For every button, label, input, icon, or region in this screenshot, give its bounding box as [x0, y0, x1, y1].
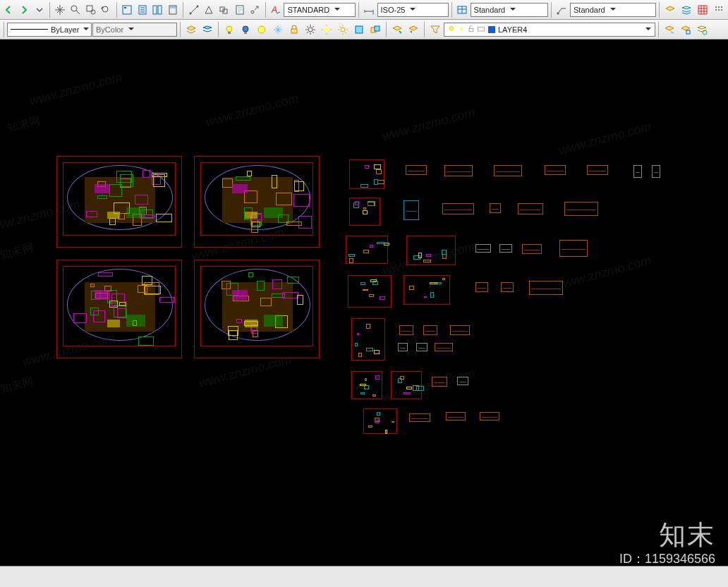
watermark-cn: 知末网 [0, 240, 35, 263]
layer-uniso-icon[interactable] [368, 22, 383, 37]
separator [116, 2, 117, 18]
zoom-prev-button[interactable] [99, 2, 114, 18]
layers-stack-icon[interactable] [679, 2, 694, 18]
tool-palette-button[interactable] [150, 2, 165, 18]
plot-icon [477, 25, 485, 35]
detail-sheet [349, 159, 384, 189]
drawing-canvas[interactable]: www.znzmo.com 知末网 www.znzmo.com 知末网 www.… [0, 40, 728, 566]
svg-point-16 [251, 11, 254, 13]
zoom-realtime-button[interactable] [68, 2, 83, 18]
svg-rect-10 [170, 6, 176, 8]
region-button[interactable] [217, 2, 232, 18]
watermark-cn: 知末网 [0, 374, 35, 397]
separator [658, 22, 659, 37]
detail-drawing [587, 165, 608, 175]
layer-filter-icon[interactable] [427, 22, 443, 37]
properties-button[interactable] [120, 2, 135, 18]
svg-point-12 [196, 5, 198, 7]
current-layer-dropdown[interactable]: LAYER4 [444, 23, 655, 37]
brand-watermark: 知末 ID：1159346566 [619, 517, 715, 567]
nav-fwd-button[interactable] [17, 2, 32, 18]
svg-point-32 [308, 28, 313, 32]
detail-drawing [442, 203, 474, 214]
svg-point-11 [189, 12, 191, 14]
chevron-down-icon [608, 4, 618, 16]
mleader-style-dropdown[interactable]: Standard [570, 3, 656, 17]
layer-color-swatch [488, 26, 495, 33]
layers-panel-icon[interactable] [662, 2, 678, 18]
watermark: www.znzmo.com [205, 91, 301, 130]
table-style-value: Standard [474, 6, 506, 14]
layer-states-button[interactable] [200, 22, 215, 37]
sun-freeze-icon[interactable] [319, 22, 334, 37]
bulb-off-icon[interactable] [238, 22, 253, 37]
svg-point-0 [71, 6, 77, 11]
detail-drawing [475, 244, 491, 253]
color-dropdown[interactable]: ByColor [92, 23, 177, 37]
plan-sheet [56, 260, 182, 358]
separator [451, 2, 452, 18]
svg-point-20 [715, 6, 717, 8]
list-button[interactable] [232, 2, 247, 18]
svg-rect-42 [686, 30, 690, 34]
zoom-window-button[interactable] [83, 2, 98, 18]
detail-sheet [391, 371, 422, 399]
table-style-dropdown[interactable]: Standard [471, 3, 549, 17]
detail-drawing [450, 325, 470, 335]
svg-text:A: A [271, 5, 277, 15]
separator [424, 22, 425, 37]
watermark: www.znzmo.com [557, 119, 653, 158]
table-style-icon[interactable] [455, 2, 470, 18]
detail-sheet [404, 275, 450, 305]
area-button[interactable] [202, 2, 217, 18]
layer-tool3-icon[interactable] [694, 22, 710, 37]
watermark: www.znzmo.com [557, 253, 653, 292]
mleader-style-value: Standard [574, 6, 605, 14]
detail-drawing [435, 343, 453, 351]
detail-sheet [346, 236, 388, 264]
sun-thaw-icon[interactable] [335, 22, 351, 37]
detail-drawing [522, 244, 542, 254]
chevron-down-icon [126, 24, 136, 35]
detail-drawing [457, 377, 468, 385]
svg-rect-8 [158, 6, 162, 14]
layer-iso-icon[interactable] [351, 22, 367, 37]
separator [386, 22, 387, 37]
linetype-dropdown[interactable]: ByLayer [7, 23, 92, 37]
mleader-style-icon[interactable] [554, 2, 569, 18]
layer-prop-button[interactable] [183, 22, 199, 37]
linetype-value: ByLayer [51, 25, 79, 34]
svg-point-24 [718, 9, 720, 11]
gear-icon[interactable] [303, 22, 318, 37]
detail-drawing [444, 165, 473, 176]
freeze-icon[interactable] [254, 22, 269, 37]
linetype-preview [11, 25, 48, 35]
dist-button[interactable] [186, 2, 201, 18]
sheetset-button[interactable] [135, 2, 150, 18]
thaw-icon[interactable] [270, 22, 286, 37]
grid-icon[interactable] [711, 2, 727, 18]
layer-prev-icon[interactable] [406, 22, 421, 37]
dim-style-dropdown[interactable]: ISO-25 [377, 3, 449, 17]
text-style-icon[interactable]: A [269, 2, 284, 18]
bulb-on-icon[interactable] [222, 22, 237, 37]
sun-icon [457, 25, 466, 35]
separator [49, 2, 50, 18]
lock-icon[interactable] [286, 22, 302, 37]
pan-button[interactable] [53, 2, 68, 18]
layer-tool1-icon[interactable] [662, 22, 677, 37]
id-point-button[interactable] [248, 2, 262, 18]
dim-style-icon[interactable] [362, 2, 377, 18]
chevron-down-icon[interactable] [32, 2, 47, 18]
grid-red-icon[interactable] [695, 2, 710, 18]
detail-drawing [633, 165, 642, 178]
watermark-cn: 知末网 [6, 113, 42, 136]
text-style-dropdown[interactable]: STANDARD [284, 3, 355, 17]
layer-match-icon[interactable] [389, 22, 405, 37]
svg-point-34 [341, 28, 345, 32]
svg-point-28 [243, 26, 248, 32]
calc-button[interactable] [166, 2, 181, 18]
layer-tool2-icon[interactable] [678, 22, 693, 37]
nav-back-button[interactable] [1, 2, 16, 18]
detail-drawing [399, 325, 413, 335]
